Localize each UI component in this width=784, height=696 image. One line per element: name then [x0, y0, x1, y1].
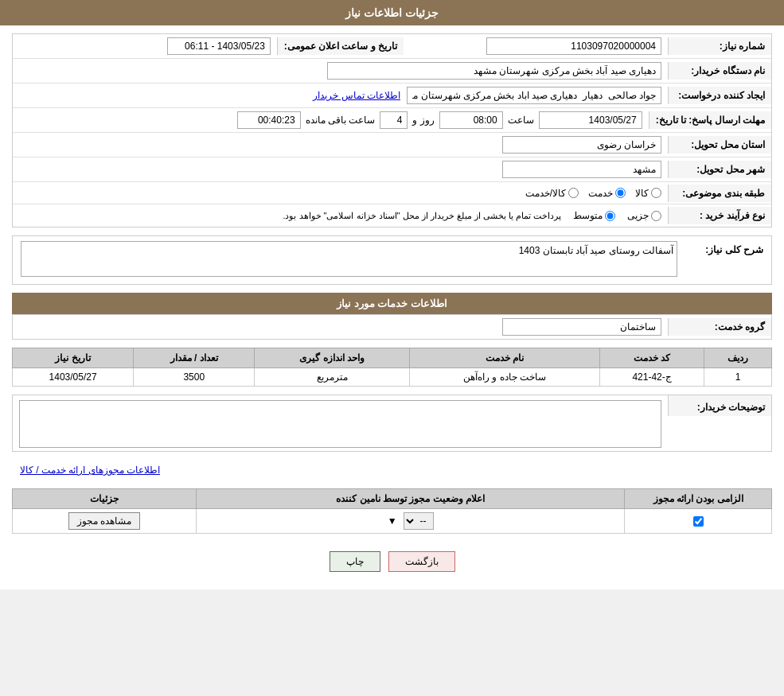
col-row-num: ردیف — [704, 348, 772, 368]
permits-footer-link[interactable]: اطلاعات مجوزهای ارائه خدمت / کالا — [12, 460, 772, 480]
back-button[interactable]: بازگشت — [388, 551, 455, 572]
radio-kala-khedmat[interactable] — [568, 188, 579, 198]
permits-table: الزامی بودن ارائه مجوز اعلام وضعیت مجوز … — [12, 488, 772, 534]
cell-details: مشاهده مجوز — [13, 509, 197, 534]
col-required: الزامی بودن ارائه مجوز — [625, 489, 772, 509]
service-group-value-cell — [13, 315, 668, 339]
radio-kala[interactable] — [651, 188, 661, 198]
need-description-label: شرح کلی نیاز: — [684, 241, 763, 255]
buyer-notes-textarea[interactable] — [19, 400, 661, 448]
deadline-days-input[interactable] — [380, 111, 408, 129]
row-province: استان محل تحویل: — [13, 133, 771, 157]
buyer-notes-value-cell — [13, 395, 668, 451]
buyer-org-input[interactable] — [327, 62, 661, 80]
row-deadline: مهلت ارسال پاسخ: تا تاریخ: ساعت روز و سا… — [13, 108, 771, 133]
deadline-time-label: ساعت — [508, 115, 534, 126]
category-khedmat[interactable]: خدمت — [588, 188, 626, 199]
cell-row-num: 1 — [704, 368, 772, 387]
cell-date: 1403/05/27 — [13, 368, 134, 387]
col-status: اعلام وضعیت مجوز توسط نامین کننده — [196, 489, 625, 509]
announcement-date-value-cell — [13, 34, 277, 58]
row-announcement-number: شماره نیاز: تاریخ و ساعت اعلان عمومی: — [13, 34, 771, 59]
button-group: بازگشت چاپ — [12, 542, 772, 581]
need-description-inner: شرح کلی نیاز: آسفالت روستای صید آباد تاب… — [21, 241, 763, 279]
province-value-cell — [13, 133, 668, 157]
contact-info-link[interactable]: اطلاعات تماس خریدار — [313, 90, 400, 101]
col-service-name: نام خدمت — [410, 348, 600, 368]
deadline-day-label: روز و — [412, 115, 434, 126]
need-description-content: آسفالت روستای صید آباد تابستان 1403 — [21, 241, 677, 279]
deadline-label: مهلت ارسال پاسخ: تا تاریخ: — [649, 111, 771, 129]
col-date: تاریخ نیاز — [13, 348, 134, 368]
city-label: شهر محل تحویل: — [668, 161, 771, 178]
need-description-row: شرح کلی نیاز: آسفالت روستای صید آباد تاب… — [13, 236, 771, 284]
status-arrow: ▼ — [388, 515, 397, 527]
row-buyer-org: نام دستگاه خریدار: — [13, 59, 771, 84]
announcement-date-label: تاریخ و ساعت اعلان عمومی: — [277, 37, 404, 55]
service-group-input[interactable] — [502, 318, 661, 336]
need-number-input[interactable] — [486, 37, 661, 55]
buyer-notes-section: توضیحات خریدار: — [12, 395, 772, 452]
row-process: نوع فرآیند خرید : جزیی متوسط پرداخت تمام… — [13, 204, 771, 227]
services-section: گروه خدمت: — [12, 314, 772, 340]
row-city: شهر محل تحویل: — [13, 157, 771, 182]
label-khedmat: خدمت — [588, 188, 613, 199]
process-value-cell: جزیی متوسط پرداخت تمام یا بخشی از مبلغ خ… — [13, 207, 668, 224]
category-label: طبقه بندی موضوعی: — [668, 185, 771, 202]
services-table: ردیف کد خدمت نام خدمت واحد اندازه گیری ت… — [12, 348, 772, 387]
city-value-cell — [13, 157, 668, 181]
process-type-group: جزیی متوسط پرداخت تمام یا بخشی از مبلغ خ… — [283, 210, 661, 221]
cell-quantity: 3500 — [134, 368, 255, 387]
need-description-textarea[interactable]: آسفالت روستای صید آباد تابستان 1403 — [21, 241, 677, 277]
province-label: استان محل تحویل: — [668, 136, 771, 154]
col-details: جزئیات — [13, 489, 197, 509]
radio-motavasset[interactable] — [605, 211, 615, 221]
permits-table-section: الزامی بودن ارائه مجوز اعلام وضعیت مجوز … — [12, 488, 772, 534]
requester-label: ایجاد کننده درخواست: — [668, 87, 771, 104]
buyer-org-label: نام دستگاه خریدار: — [668, 62, 771, 80]
category-value-cell: کالا خدمت کالا/خدمت — [13, 185, 668, 202]
need-description-section: شرح کلی نیاز: آسفالت روستای صید آباد تاب… — [12, 235, 772, 285]
required-checkbox[interactable] — [693, 516, 704, 527]
radio-khedmat[interactable] — [615, 188, 626, 198]
radio-jozii[interactable] — [651, 211, 661, 221]
status-select[interactable]: -- — [404, 512, 434, 530]
process-description: پرداخت تمام یا بخشی از مبلغ خریدار از مح… — [283, 211, 561, 221]
label-jozii: جزیی — [627, 210, 649, 221]
buyer-notes-label: توضیحات خریدار: — [668, 395, 771, 416]
deadline-time-input[interactable] — [439, 111, 503, 129]
deadline-date-input[interactable] — [539, 111, 642, 129]
province-input[interactable] — [502, 136, 661, 154]
process-label: نوع فرآیند خرید : — [668, 207, 771, 224]
deadline-value-cell: ساعت روز و ساعت باقی مانده — [13, 108, 649, 132]
need-number-label: شماره نیاز: — [668, 37, 771, 55]
main-info-section: شماره نیاز: تاریخ و ساعت اعلان عمومی: نا… — [12, 33, 772, 227]
deadline-remaining-input[interactable] — [237, 111, 301, 129]
requester-input[interactable] — [407, 87, 661, 104]
table-row: -- ▼ مشاهده مجوز — [13, 509, 772, 534]
cell-required — [625, 509, 772, 534]
label-kala-khedmat: کالا/خدمت — [525, 188, 566, 199]
services-section-title: اطلاعات خدمات مورد نیاز — [12, 293, 772, 314]
cell-status: -- ▼ — [196, 509, 625, 534]
services-table-section: ردیف کد خدمت نام خدمت واحد اندازه گیری ت… — [12, 348, 772, 387]
deadline-remaining-label: ساعت باقی مانده — [306, 115, 376, 126]
print-button[interactable]: چاپ — [330, 551, 380, 572]
category-kala[interactable]: کالا — [635, 188, 661, 199]
service-group-label: گروه خدمت: — [668, 318, 771, 336]
city-input[interactable] — [502, 161, 661, 178]
col-quantity: تعداد / مقدار — [134, 348, 255, 368]
view-permit-button[interactable]: مشاهده مجوز — [68, 512, 140, 530]
announcement-date-input[interactable] — [167, 37, 271, 55]
cell-unit: مترمربع — [255, 368, 410, 387]
row-service-group: گروه خدمت: — [13, 315, 771, 339]
cell-service-name: ساخت جاده و راه‌آهن — [410, 368, 600, 387]
process-motavasset[interactable]: متوسط — [573, 210, 615, 221]
col-service-code: کد خدمت — [600, 348, 704, 368]
category-kala-khedmat[interactable]: کالا/خدمت — [525, 188, 579, 199]
label-kala: کالا — [635, 188, 649, 199]
row-category: طبقه بندی موضوعی: کالا خدمت کالا/خدمت — [13, 182, 771, 204]
process-jozii[interactable]: جزیی — [627, 210, 661, 221]
col-unit: واحد اندازه گیری — [255, 348, 410, 368]
requester-value-cell: اطلاعات تماس خریدار — [13, 84, 668, 107]
